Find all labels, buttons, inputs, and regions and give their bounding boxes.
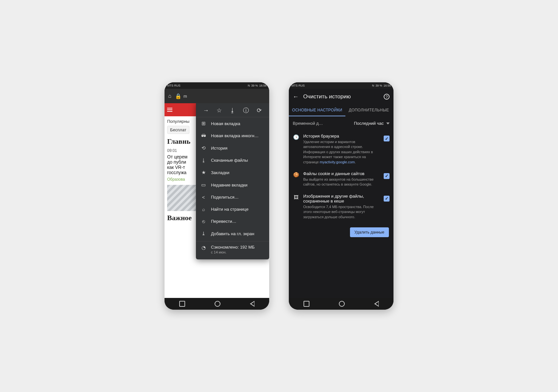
menu-item-downloads[interactable]: ⭳Скачанные файлы xyxy=(196,154,269,166)
menu-item-new-tab[interactable]: ⊞Новая вкладка xyxy=(196,117,269,130)
checkbox[interactable] xyxy=(384,196,390,202)
page-title: Очистить историю xyxy=(303,93,379,100)
checkbox[interactable] xyxy=(384,136,390,141)
option-desc: Удаление истории и вариантов автозаполне… xyxy=(303,139,380,165)
screen-left: ⌂ 🔒 m Популярны Бесплат Главнь 09:01 xyxy=(165,89,269,298)
menu-item-incognito[interactable]: 🕶Новая вкладка инкогн… xyxy=(196,130,269,142)
nfc-icon: N xyxy=(248,84,250,87)
history-icon: ⟲ xyxy=(201,145,206,151)
option-browser-history[interactable]: 🕓 История браузера Удаление истории и ва… xyxy=(289,130,393,168)
hamburger-icon[interactable] xyxy=(167,108,172,112)
option-cache[interactable]: 🖼 Изображения и другие файлы, сохраненны… xyxy=(289,190,393,223)
option-title: Файлы cookie и данные сайтов xyxy=(303,171,380,176)
phone-right: MTS RUS N 39 % 16:58 ← Очистить историю … xyxy=(289,82,393,310)
nfc-icon: N xyxy=(372,84,374,87)
menu-label: Новая вкладка инкогн… xyxy=(211,133,259,138)
menu-item-history[interactable]: ⟲История xyxy=(196,142,269,154)
nav-bar xyxy=(289,298,393,310)
tab-basic[interactable]: ОСНОВНЫЕ НАСТРОЙКИ xyxy=(289,105,345,116)
option-title: Изображения и другие файлы, сохраненные … xyxy=(303,194,380,204)
time-range-row[interactable]: Временной д… Последний час xyxy=(289,116,393,130)
share-icon: < xyxy=(201,194,206,200)
chip-item[interactable]: Бесплат xyxy=(167,126,189,134)
nav-back-icon[interactable] xyxy=(250,301,254,307)
menu-label: Найти на странице xyxy=(211,207,249,212)
cookie-icon: 🍪 xyxy=(293,172,299,178)
myactivity-link[interactable]: myactivity.google.com xyxy=(320,160,355,164)
star-icon[interactable]: ☆ xyxy=(216,107,222,114)
nav-recent-icon[interactable] xyxy=(179,301,185,307)
tab-bar: ОСНОВНЫЕ НАСТРОЙКИ ДОПОЛНИТЕЛЬНЫЕ xyxy=(289,105,393,116)
lock-icon: 🔒 xyxy=(175,93,182,99)
battery-label: 39 % xyxy=(251,84,258,87)
data-saved-sub: с 14 июн. xyxy=(211,250,226,254)
carrier-label: MTS RUS xyxy=(291,84,305,87)
clock-label: 16:58 xyxy=(383,84,391,87)
menu-item-recent-tabs[interactable]: ▭Недавние вкладки xyxy=(196,179,269,191)
nav-bar xyxy=(165,298,269,310)
menu-item-translate[interactable]: ⎋Перевести… xyxy=(196,215,269,227)
translate-icon: ⎋ xyxy=(201,219,206,224)
incognito-icon: 🕶 xyxy=(201,133,206,139)
url-fragment[interactable]: m xyxy=(183,94,187,99)
chevron-down-icon xyxy=(386,122,390,124)
menu-label: Перевести… xyxy=(211,219,236,224)
menu-label: Скачанные файлы xyxy=(211,158,248,163)
nav-home-icon[interactable] xyxy=(339,301,345,307)
find-icon: ⌕ xyxy=(201,206,206,212)
menu-item-add-homescreen[interactable]: ⤓Добавить на гл. экран xyxy=(196,227,269,240)
menu-item-share[interactable]: <Поделиться… xyxy=(196,191,269,203)
time-range-label: Временной д… xyxy=(293,121,323,126)
data-saved-title: Сэкономлено: 192 МБ xyxy=(211,245,255,250)
screen-right: ← Очистить историю ? ОСНОВНЫЕ НАСТРОЙКИ … xyxy=(289,89,393,298)
menu-item-find[interactable]: ⌕Найти на странице xyxy=(196,203,269,215)
nav-back-icon[interactable] xyxy=(374,301,379,307)
menu-label: Добавить на гл. экран xyxy=(211,231,254,236)
menu-label: История xyxy=(211,146,227,151)
menu-icon-row: → ☆ ⭳ ⓘ ⟳ xyxy=(196,104,269,117)
home-icon[interactable]: ⌂ xyxy=(166,93,173,99)
reload-icon[interactable]: ⟳ xyxy=(256,107,263,114)
nav-recent-icon[interactable] xyxy=(304,301,309,307)
clock-icon: 🕓 xyxy=(293,134,299,140)
status-bar: MTS RUS N 39 % 16:58 xyxy=(165,82,269,89)
menu-label: Недавние вкладки xyxy=(211,183,247,188)
battery-label: 39 % xyxy=(375,84,382,87)
info-icon[interactable]: ⓘ xyxy=(243,106,249,114)
option-desc: Освободится 7,4 МБ пространства. После э… xyxy=(303,204,380,220)
checkbox[interactable] xyxy=(384,173,390,179)
menu-label: Новая вкладка xyxy=(211,121,240,126)
menu-label: Поделиться… xyxy=(211,195,239,200)
tab-advanced[interactable]: ДОПОЛНИТЕЛЬНЫЕ xyxy=(345,105,392,116)
time-range-text: Последний час xyxy=(354,121,384,126)
download-icon[interactable]: ⭳ xyxy=(229,107,236,114)
image-icon: 🖼 xyxy=(293,194,299,200)
delete-data-button[interactable]: Удалить данные xyxy=(350,227,389,237)
overflow-menu: → ☆ ⭳ ⓘ ⟳ ⊞Новая вкладка 🕶Новая вкладка … xyxy=(196,102,269,259)
chip-label: Популярны xyxy=(167,119,189,124)
plus-box-icon: ⊞ xyxy=(201,121,206,126)
menu-label: Закладки xyxy=(211,170,229,175)
add-home-icon: ⤓ xyxy=(201,231,206,237)
download-icon: ⭳ xyxy=(201,157,206,163)
carrier-label: MTS RUS xyxy=(167,84,181,87)
option-desc: Вы выйдете из аккаунтов на большинстве с… xyxy=(303,177,380,187)
menu-item-data-saved[interactable]: ◔ Сэкономлено: 192 МБ с 14 июн. xyxy=(196,241,269,257)
nav-home-icon[interactable] xyxy=(215,301,220,307)
data-saver-icon: ◔ xyxy=(201,245,206,251)
forward-icon[interactable]: → xyxy=(202,107,209,114)
menu-item-bookmarks[interactable]: ★Закладки xyxy=(196,166,269,179)
status-bar: MTS RUS N 39 % 16:58 xyxy=(289,82,393,89)
title-bar: ← Очистить историю ? xyxy=(289,89,393,105)
time-range-value[interactable]: Последний час xyxy=(354,121,390,126)
option-cookies[interactable]: 🍪 Файлы cookie и данные сайтов Вы выйдет… xyxy=(289,168,393,190)
devices-icon: ▭ xyxy=(201,182,206,188)
star-filled-icon: ★ xyxy=(201,170,206,175)
browser-toolbar: ⌂ 🔒 m xyxy=(165,89,269,103)
help-icon[interactable]: ? xyxy=(384,94,390,100)
option-title: История браузера xyxy=(303,134,380,139)
back-arrow-icon[interactable]: ← xyxy=(293,93,299,100)
clock-label: 16:58 xyxy=(259,84,267,87)
phone-left: MTS RUS N 39 % 16:58 ⌂ 🔒 m xyxy=(165,82,269,310)
